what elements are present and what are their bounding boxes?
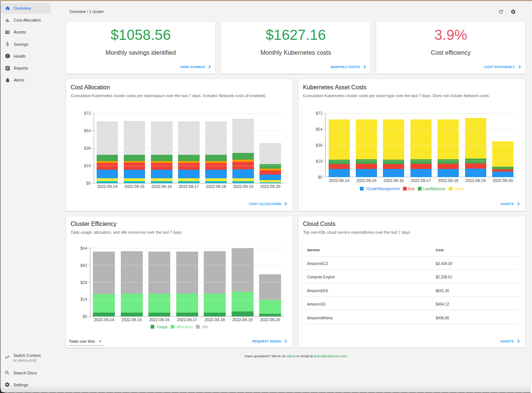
svg-text:2022-09-19: 2022-09-19 — [232, 317, 252, 322]
svg-text:2022-09-18: 2022-09-18 — [206, 184, 226, 189]
svg-text:2022-09-19: 2022-09-19 — [465, 178, 486, 183]
svg-text:$72: $72 — [84, 111, 91, 115]
svg-text:2022-09-15: 2022-09-15 — [356, 178, 376, 183]
svg-text:2022-09-14: 2022-09-14 — [97, 184, 117, 189]
svg-text:2022-09-15: 2022-09-15 — [122, 317, 142, 322]
svg-text:2022-09-17: 2022-09-17 — [411, 178, 431, 183]
svg-text:2022-09-15: 2022-09-15 — [124, 184, 144, 189]
svg-text:$0: $0 — [86, 181, 91, 185]
svg-text:2022-09-20: 2022-09-20 — [260, 184, 280, 189]
svg-text:$18: $18 — [316, 159, 322, 163]
svg-text:2022-09-16: 2022-09-16 — [152, 184, 172, 189]
svg-text:2022-09-16: 2022-09-16 — [384, 178, 404, 183]
svg-text:2022-09-18: 2022-09-18 — [438, 178, 458, 183]
svg-text:$0: $0 — [83, 314, 87, 319]
svg-text:$36: $36 — [316, 143, 322, 147]
svg-text:$72: $72 — [316, 111, 322, 115]
svg-text:$42: $42 — [80, 263, 87, 268]
svg-text:$36: $36 — [84, 146, 91, 150]
svg-text:2022-09-14: 2022-09-14 — [329, 178, 349, 183]
svg-text:$54: $54 — [84, 128, 91, 133]
svg-text:$28: $28 — [80, 280, 87, 285]
svg-text:$54: $54 — [316, 127, 322, 131]
svg-text:$18: $18 — [84, 163, 91, 168]
svg-text:2022-09-20: 2022-09-20 — [493, 178, 513, 183]
svg-text:2022-09-14: 2022-09-14 — [94, 317, 114, 322]
svg-text:2022-09-18: 2022-09-18 — [204, 317, 225, 322]
svg-text:2022-09-16: 2022-09-16 — [149, 317, 170, 322]
svg-text:2022-09-17: 2022-09-17 — [179, 184, 199, 189]
svg-text:$54: $54 — [80, 246, 87, 250]
svg-text:2022-09-17: 2022-09-17 — [177, 317, 197, 322]
svg-text:2022-09-19: 2022-09-19 — [233, 184, 253, 189]
svg-text:2022-09-20: 2022-09-20 — [260, 317, 280, 322]
svg-text:$14: $14 — [80, 297, 87, 301]
svg-text:$0: $0 — [318, 175, 322, 179]
